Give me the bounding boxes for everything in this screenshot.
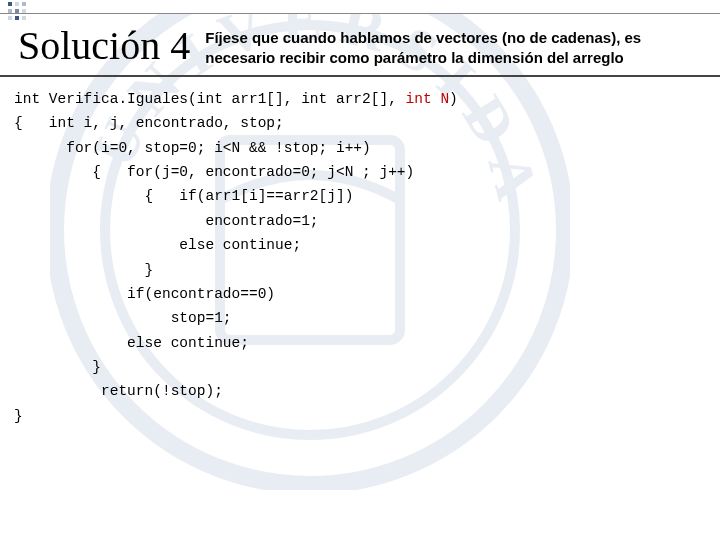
code-line: encontrado=1;	[14, 209, 706, 233]
code-line: for(i=0, stop=0; i<N && !stop; i++)	[14, 136, 706, 160]
header: Solución 4 Fíjese que cuando hablamos de…	[0, 14, 720, 77]
code-line: int Verifica.Iguales(int arr1[], int arr…	[14, 87, 706, 111]
highlight-int-n: int N	[406, 91, 450, 107]
code-line: }	[14, 404, 706, 428]
top-strip	[0, 0, 720, 14]
code-line: { if(arr1[i]==arr2[j])	[14, 184, 706, 208]
code-line: if(encontrado==0)	[14, 282, 706, 306]
slide-title: Solución 4	[18, 22, 205, 69]
code-line: }	[14, 355, 706, 379]
code-line: return(!stop);	[14, 379, 706, 403]
slide-note: Fíjese que cuando hablamos de vectores (…	[205, 22, 702, 69]
code-line: stop=1;	[14, 306, 706, 330]
code-line: }	[14, 258, 706, 282]
code-line: else continue;	[14, 233, 706, 257]
code-line: else continue;	[14, 331, 706, 355]
code-line: { int i, j, encontrado, stop;	[14, 111, 706, 135]
code-block: int Verifica.Iguales(int arr1[], int arr…	[0, 77, 720, 436]
code-line: { for(j=0, encontrado=0; j<N ; j++)	[14, 160, 706, 184]
